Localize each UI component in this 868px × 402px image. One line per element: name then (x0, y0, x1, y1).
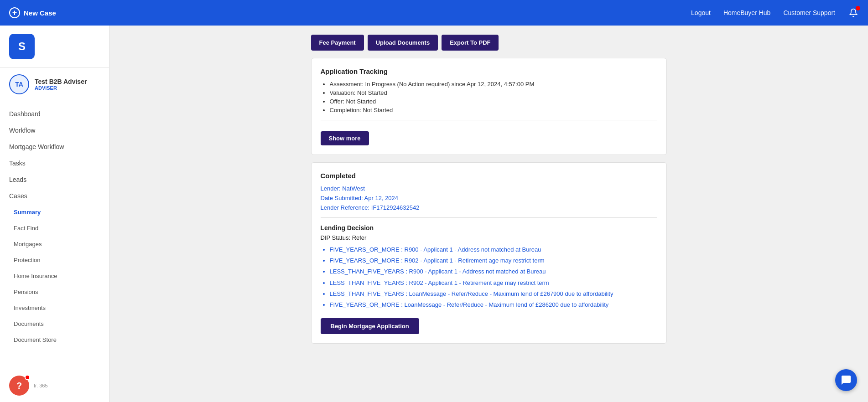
lending-item-6: FIVE_YEARS_OR_MORE : LoanMessage - Refer… (330, 301, 657, 309)
sidebar-item-mortgage-workflow[interactable]: Mortgage Workflow (0, 139, 109, 155)
sidebar-item-document-store[interactable]: Document Store (0, 332, 109, 348)
footer-logo-text: tr. 365 (34, 383, 48, 388)
completed-card: Completed Lender: NatWest Date Submitted… (311, 162, 667, 344)
upload-documents-button[interactable]: Upload Documents (368, 35, 438, 51)
avatar-initials: TA (15, 81, 23, 88)
application-tracking-card: Application Tracking Assessment: In Prog… (311, 58, 667, 155)
sidebar-item-home-insurance[interactable]: Home Insurance (0, 268, 109, 284)
lending-item-1: FIVE_YEARS_OR_MORE : R900 - Applicant 1 … (330, 246, 657, 254)
sidebar-item-mortgages[interactable]: Mortgages (0, 236, 109, 252)
help-badge (25, 375, 30, 380)
user-name: Test B2B Adviser (35, 78, 87, 85)
notification-icon[interactable] (848, 7, 859, 18)
user-info: Test B2B Adviser ADVISER (35, 78, 87, 91)
dip-status: DIP Status: Refer (321, 234, 657, 241)
sidebar-item-pensions[interactable]: Pensions (0, 284, 109, 300)
sidebar-item-cases[interactable]: Cases (0, 188, 109, 204)
new-case-label: New Case (24, 9, 56, 17)
logo-letter: S (18, 40, 26, 53)
tracking-title: Application Tracking (321, 67, 657, 75)
main-layout: S TA Test B2B Adviser ADVISER Dashboard … (0, 26, 868, 402)
sidebar-bottom: ? tr. 365 (0, 369, 109, 402)
top-nav-links: Logout HomeBuyer Hub Customer Support (691, 7, 859, 18)
tracking-item-completion: Completion: Not Started (330, 107, 657, 113)
content-area: Fee Payment Upload Documents Export To P… (302, 26, 676, 360)
tracking-item-valuation: Valuation: Not Started (330, 89, 657, 96)
sidebar-item-protection[interactable]: Protection (0, 252, 109, 268)
show-more-button[interactable]: Show more (321, 131, 369, 145)
new-case-button[interactable]: + New Case (9, 7, 56, 18)
fee-payment-button[interactable]: Fee Payment (311, 35, 364, 51)
logout-link[interactable]: Logout (691, 9, 711, 16)
sidebar-item-leads[interactable]: Leads (0, 171, 109, 188)
divider-2 (321, 217, 657, 218)
homebuyer-hub-link[interactable]: HomeBuyer Hub (723, 9, 771, 16)
lending-decision-title: Lending Decision (321, 224, 657, 232)
sidebar-item-investments[interactable]: Investments (0, 300, 109, 316)
chat-button[interactable] (835, 369, 857, 391)
top-navigation: + New Case Logout HomeBuyer Hub Customer… (0, 0, 868, 26)
divider-1 (321, 120, 657, 120)
begin-mortgage-application-button[interactable]: Begin Mortgage Application (321, 318, 419, 334)
help-button[interactable]: ? (9, 376, 29, 396)
sidebar-item-dashboard[interactable]: Dashboard (0, 106, 109, 122)
export-to-pdf-button[interactable]: Export To PDF (442, 35, 499, 51)
avatar: TA (9, 74, 29, 94)
tracking-item-offer: Offer: Not Started (330, 98, 657, 105)
date-submitted-info: Date Submitted: Apr 12, 2024 (321, 195, 657, 201)
sidebar-item-tasks[interactable]: Tasks (0, 155, 109, 171)
sidebar: S TA Test B2B Adviser ADVISER Dashboard … (0, 26, 109, 402)
lender-reference-info: Lender Reference: IF1712924632542 (321, 204, 657, 211)
user-role: ADVISER (35, 85, 87, 91)
lending-item-5: LESS_THAN_FIVE_YEARS : LoanMessage - Ref… (330, 290, 657, 298)
lender-info: Lender: NatWest (321, 185, 657, 192)
completed-label: Completed (321, 172, 657, 180)
sidebar-logo-area: S (0, 26, 109, 68)
lending-item-3: LESS_THAN_FIVE_YEARS : R900 - Applicant … (330, 268, 657, 276)
notification-badge (856, 6, 860, 10)
sidebar-item-summary[interactable]: Summary (0, 204, 109, 220)
tracking-list: Assessment: In Progress (No Action requi… (321, 81, 657, 113)
lending-list: FIVE_YEARS_OR_MORE : R900 - Applicant 1 … (321, 246, 657, 309)
sidebar-item-fact-find[interactable]: Fact Find (0, 220, 109, 236)
lending-item-4: LESS_THAN_FIVE_YEARS : R902 - Applicant … (330, 279, 657, 287)
action-buttons-row: Fee Payment Upload Documents Export To P… (311, 35, 667, 51)
lending-item-2: FIVE_YEARS_OR_MORE : R902 - Applicant 1 … (330, 257, 657, 265)
tracking-item-assessment: Assessment: In Progress (No Action requi… (330, 81, 657, 88)
sidebar-item-documents[interactable]: Documents (0, 316, 109, 332)
plus-icon: + (9, 7, 20, 18)
user-profile-area: TA Test B2B Adviser ADVISER (0, 68, 109, 101)
customer-support-link[interactable]: Customer Support (783, 9, 835, 16)
app-logo: S (9, 34, 35, 59)
sidebar-nav: Dashboard Workflow Mortgage Workflow Tas… (0, 101, 109, 369)
sidebar-item-workflow[interactable]: Workflow (0, 122, 109, 139)
main-content: Fee Payment Upload Documents Export To P… (109, 26, 868, 402)
